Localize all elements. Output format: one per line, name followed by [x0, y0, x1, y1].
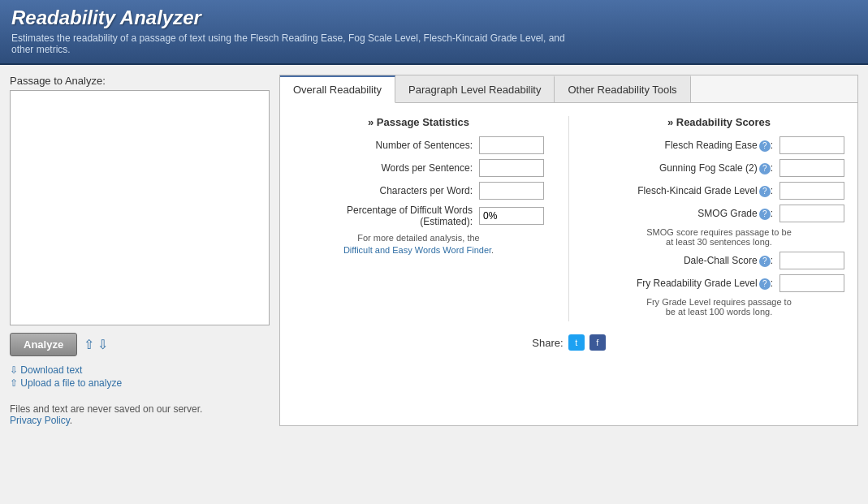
- stat-fk-grade-label: Flesch-Kincaid Grade Level?:: [594, 185, 779, 197]
- fk-grade-help-icon[interactable]: ?: [759, 186, 771, 197]
- main-content: Passage to Analyze: Analyze ⇧ ⇩ ⇩ Downlo…: [0, 65, 868, 436]
- stat-fog-scale-value[interactable]: [779, 159, 844, 177]
- stats-grid: Passage Statistics Number of Sentences: …: [293, 116, 844, 321]
- passage-textarea[interactable]: [10, 90, 270, 325]
- analyze-row: Analyze ⇧ ⇩: [10, 333, 270, 356]
- upload-arrow: ⇧: [10, 377, 20, 389]
- stat-fk-grade-value[interactable]: [779, 182, 844, 200]
- stat-dale-chall-value[interactable]: [779, 252, 844, 269]
- download-arrow: ⇩: [10, 364, 20, 376]
- privacy-link[interactable]: Privacy Policy: [10, 415, 70, 426]
- tab-other-tools[interactable]: Other Readability Tools: [555, 75, 690, 102]
- stat-words-per-sentence: Words per Sentence:: [293, 159, 544, 177]
- left-panel: Passage to Analyze: Analyze ⇧ ⇩ ⇩ Downlo…: [10, 75, 270, 426]
- stat-smog-label: SMOG Grade?:: [594, 208, 779, 220]
- fry-help-icon[interactable]: ?: [759, 278, 771, 290]
- stat-dale-chall-label: Dale-Chall Score?:: [594, 255, 779, 267]
- stat-dale-chall: Dale-Chall Score?:: [594, 252, 844, 269]
- smog-help-icon[interactable]: ?: [759, 209, 771, 220]
- passage-stats-heading: Passage Statistics: [293, 116, 544, 128]
- stat-chars-per-word-label: Characters per Word:: [293, 185, 479, 196]
- flesch-ease-help-icon[interactable]: ?: [759, 140, 771, 152]
- stat-words-per-sentence-value[interactable]: [479, 159, 544, 177]
- stat-chars-per-word-value[interactable]: [479, 182, 544, 200]
- page-header: Readability Analyzer Estimates the reada…: [0, 0, 868, 65]
- fry-note: Fry Grade Level requires passage tobe at…: [594, 297, 844, 317]
- page-title: Readability Analyzer: [11, 6, 857, 29]
- passage-stats-col: Passage Statistics Number of Sentences: …: [293, 116, 544, 321]
- stat-words-per-sentence-label: Words per Sentence:: [293, 162, 479, 174]
- left-links: ⇩ Download text ⇧ Upload a file to analy…: [10, 364, 270, 389]
- dale-chall-help-icon[interactable]: ?: [759, 256, 771, 267]
- for-more-info: For more detailed analysis, the Difficul…: [293, 232, 544, 257]
- readability-scores-heading: Readability Scores: [594, 116, 844, 128]
- difficult-words-link[interactable]: Difficult and Easy Words Word Finder: [343, 245, 491, 255]
- share-label: Share:: [532, 337, 563, 349]
- stat-fk-grade: Flesch-Kincaid Grade Level?:: [594, 182, 844, 200]
- stat-fry-label: Fry Readability Grade Level?:: [594, 278, 779, 290]
- scroll-arrows: ⇧ ⇩: [84, 337, 108, 352]
- stat-flesch-ease: Flesch Reading Ease?:: [594, 136, 844, 154]
- column-divider: [568, 116, 569, 321]
- stat-smog-value[interactable]: [779, 205, 844, 222]
- share-row: Share: t f: [293, 334, 844, 351]
- fog-scale-help-icon[interactable]: ?: [759, 163, 771, 174]
- stat-difficult-pct: Percentage of Difficult Words (Estimated…: [293, 205, 544, 227]
- tab-content: Passage Statistics Number of Sentences: …: [280, 103, 857, 364]
- page-subtitle: Estimates the readability of a passage o…: [11, 32, 580, 55]
- stat-fog-scale: Gunning Fog Scale (2)?:: [594, 159, 844, 177]
- stat-fry-value[interactable]: [779, 274, 844, 292]
- footer-note: Files and text are never saved on our se…: [10, 403, 270, 426]
- share-facebook-button[interactable]: f: [589, 334, 606, 351]
- readability-scores-col: Readability Scores Flesch Reading Ease?:…: [594, 116, 844, 321]
- stat-flesch-ease-value[interactable]: [779, 136, 844, 154]
- stat-difficult-pct-label: Percentage of Difficult Words (Estimated…: [293, 205, 479, 227]
- stat-fry: Fry Readability Grade Level?:: [594, 274, 844, 292]
- scroll-down-icon[interactable]: ⇩: [97, 337, 108, 352]
- tab-overall-readability[interactable]: Overall Readability: [280, 75, 395, 103]
- tabs-bar: Overall Readability Paragraph Level Read…: [280, 75, 857, 103]
- analyze-button[interactable]: Analyze: [10, 333, 77, 356]
- stat-chars-per-word: Characters per Word:: [293, 182, 544, 200]
- smog-note: SMOG score requires passage to beat leas…: [594, 227, 844, 247]
- stat-fog-scale-label: Gunning Fog Scale (2)?:: [594, 162, 779, 174]
- stat-difficult-pct-value[interactable]: [479, 207, 544, 225]
- share-twitter-button[interactable]: t: [568, 334, 585, 351]
- right-panel: Overall Readability Paragraph Level Read…: [279, 75, 858, 426]
- stat-sentences: Number of Sentences:: [293, 136, 544, 154]
- scroll-up-icon[interactable]: ⇧: [84, 337, 94, 352]
- stat-sentences-label: Number of Sentences:: [293, 140, 479, 151]
- stat-smog: SMOG Grade?:: [594, 205, 844, 222]
- upload-link[interactable]: ⇧ Upload a file to analyze: [10, 377, 270, 389]
- tab-paragraph-readability[interactable]: Paragraph Level Readability: [395, 75, 555, 102]
- passage-label: Passage to Analyze:: [10, 75, 270, 87]
- stat-sentences-value[interactable]: [479, 136, 544, 154]
- download-link[interactable]: ⇩ Download text: [10, 364, 270, 376]
- stat-flesch-ease-label: Flesch Reading Ease?:: [594, 140, 779, 152]
